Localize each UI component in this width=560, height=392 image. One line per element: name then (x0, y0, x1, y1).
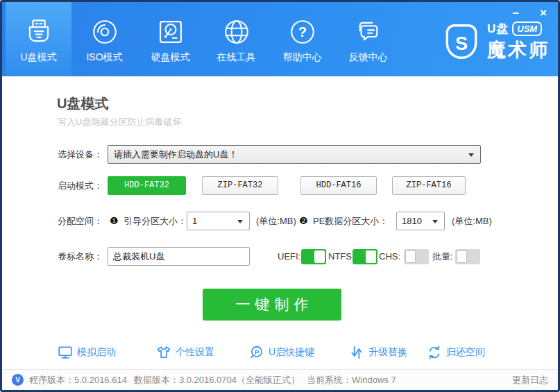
allocation-label: 分配空间： (58, 212, 103, 230)
batch-toggle[interactable] (455, 249, 480, 264)
dropdown-caret-icon (468, 153, 474, 157)
svg-text:S: S (455, 33, 468, 54)
usm-logo-icon: S (440, 20, 483, 63)
data-version: 数据版本：3.0.2016.0704（全能版正式） (134, 374, 300, 386)
tab-hdd-mode[interactable]: 硬盘模式 (137, 2, 203, 76)
volume-label: 卷标名称： (58, 247, 103, 266)
tab-label: ISO模式 (86, 51, 122, 64)
toggle-knob (405, 250, 416, 263)
boot-mode-zip-fat32-button[interactable]: ZIP-FAT32 (202, 176, 278, 195)
tab-label: 帮助中心 (283, 51, 322, 64)
restore-space-link[interactable]: 归还空间 (427, 344, 485, 361)
boot-partition-unit: (单位:MB) (256, 212, 296, 230)
page-subtitle: 写入U盘隐藏分区防止病毒破坏 (58, 116, 181, 128)
ntfs-toggle[interactable] (353, 249, 377, 264)
tab-online-tools[interactable]: 在线工具 (203, 2, 269, 76)
header: U盘模式 ISO模式 (2, 2, 558, 76)
tab-label: 反馈中心 (349, 51, 388, 64)
personal-settings-link[interactable]: 个性设置 (156, 344, 214, 361)
footer-link-label: 归还空间 (446, 346, 485, 359)
monitor-icon (58, 345, 73, 360)
footer-link-label: 升级替换 (368, 346, 407, 359)
volume-name-input[interactable] (108, 247, 250, 266)
ntfs-toggle-label: NTFS: (328, 247, 355, 266)
page-title: U盘模式 (57, 94, 108, 113)
pe-partition-size-select[interactable]: 1810 (396, 212, 445, 230)
boot-mode-hdd-fat16-button[interactable]: HDD-FAT16 (300, 176, 377, 195)
batch-toggle-label: 批量: (432, 247, 453, 266)
one-click-make-button[interactable]: 一键制作 (203, 289, 341, 321)
bullet-2-icon: ❷ (299, 212, 308, 230)
iso-disc-icon (90, 17, 119, 46)
logo-subname: 魔术师 (487, 37, 550, 62)
changelog-link[interactable]: 更新日志 (512, 374, 548, 386)
footer-link-label: 模拟启动 (77, 346, 116, 359)
app-logo: S U盘 USM 魔术师 (440, 20, 550, 63)
dropdown-caret-icon (432, 220, 438, 223)
chs-toggle[interactable] (404, 249, 429, 264)
svg-text:?: ? (298, 24, 306, 40)
usb-drive-icon (24, 17, 53, 46)
footer-link-label: 个性设置 (176, 346, 214, 359)
tab-usb-mode[interactable]: U盘模式 (6, 2, 71, 76)
main-content: U盘模式 写入U盘隐藏分区防止病毒破坏 选择设备： 请插入需要制作启动盘的U盘！… (2, 76, 558, 369)
boot-mode-label: 启动模式： (58, 176, 103, 195)
tshirt-icon (156, 345, 171, 360)
app-window: U盘模式 ISO模式 (0, 0, 560, 392)
usb-hotkey-link[interactable]: P U启快捷键 (249, 344, 314, 361)
minimize-button[interactable]: – (508, 6, 523, 20)
upgrade-icon (349, 345, 364, 360)
pe-partition-label: PE数据分区大小： (313, 212, 388, 230)
device-select[interactable]: 请插入需要制作启动盘的U盘！ (108, 145, 481, 164)
toggle-knob (366, 250, 376, 263)
nav-tabs: U盘模式 ISO模式 (6, 2, 401, 76)
footer-link-label: U启快捷键 (269, 346, 314, 359)
pe-partition-unit: (单位:MB) (452, 212, 492, 230)
restore-icon (427, 345, 442, 360)
boot-mode-hdd-fat32-button[interactable]: HDD-FAT32 (108, 176, 186, 195)
globe-icon (222, 17, 251, 46)
logo-name: U盘 (487, 21, 509, 37)
tab-label: U盘模式 (20, 51, 56, 64)
boot-mode-zip-fat16-button[interactable]: ZIP-FAT16 (392, 176, 466, 195)
device-label: 选择设备： (58, 145, 103, 164)
device-select-value: 请插入需要制作启动盘的U盘！ (114, 149, 237, 160)
tab-label: 硬盘模式 (151, 51, 190, 64)
hotkey-icon: P (249, 345, 264, 360)
tab-label: 在线工具 (217, 51, 256, 64)
bullet-1-icon: ❶ (110, 212, 119, 230)
svg-text:P: P (255, 348, 260, 356)
help-icon: ? (288, 17, 317, 46)
current-system: 当前系统：Windows 7 (307, 374, 396, 386)
simulate-boot-link[interactable]: 模拟启动 (58, 344, 116, 361)
dropdown-caret-icon (237, 220, 243, 223)
tab-help-center[interactable]: ? 帮助中心 (269, 2, 335, 76)
feedback-icon (354, 17, 383, 46)
upgrade-replace-link[interactable]: 升级替换 (349, 344, 407, 361)
hard-disk-icon (156, 17, 185, 46)
boot-partition-size-select[interactable]: 1 (187, 212, 250, 230)
boot-partition-label: 引导分区大小： (124, 212, 187, 230)
version-icon: V (12, 374, 24, 386)
status-bar: V 程序版本：5.0.2016.614 数据版本：3.0.2016.0704（全… (2, 369, 558, 390)
window-controls: – × (508, 6, 551, 20)
tab-iso-mode[interactable]: ISO模式 (71, 2, 137, 76)
toggle-knob (314, 250, 325, 263)
tab-feedback-center[interactable]: 反馈中心 (335, 2, 401, 76)
program-version: 程序版本：5.0.2016.614 (29, 374, 127, 386)
close-button[interactable]: × (536, 6, 551, 20)
uefi-toggle[interactable] (301, 249, 326, 264)
uefi-toggle-label: UEFI: (278, 247, 300, 266)
chs-toggle-label: CHS: (379, 247, 400, 266)
logo-badge: USM (512, 22, 542, 36)
toggle-knob (457, 250, 467, 263)
